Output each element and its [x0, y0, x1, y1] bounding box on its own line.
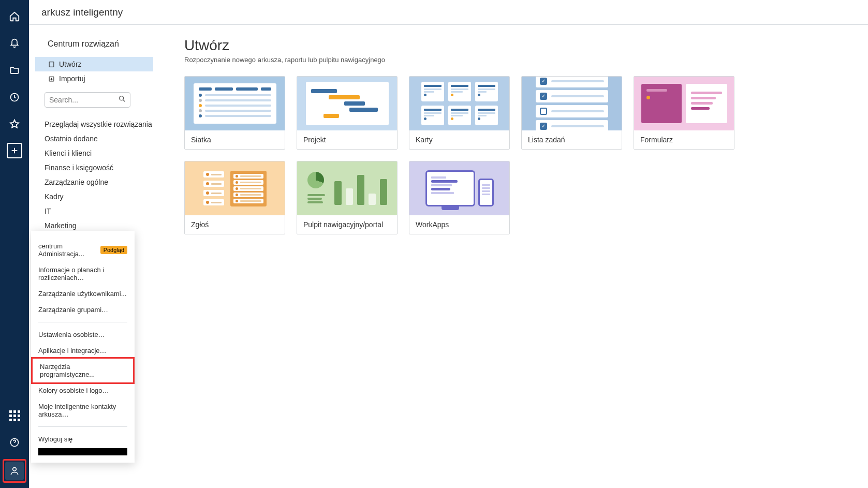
dashboard-thumb: [297, 161, 397, 215]
project-thumb: [297, 77, 397, 130]
menu-item-label: Moje inteligentne kontakty arkusza…: [38, 403, 127, 418]
svg-point-5: [120, 96, 124, 100]
category-item[interactable]: Finanse i księgowość: [45, 160, 153, 175]
menu-admin-center[interactable]: centrum Administracja... Podgląd: [31, 238, 135, 262]
card-label: WorkApps: [409, 215, 509, 234]
card-label: Karty: [409, 130, 509, 149]
page-subtitle: Rozpoczynanie nowego arkusza, raportu lu…: [184, 56, 847, 64]
workapps-thumb: [409, 161, 509, 215]
menu-plans-billing[interactable]: Informacje o planach i rozliczeniach…: [31, 262, 135, 286]
card-tasklist[interactable]: ✓ ✓ ✓ Lista zadań: [521, 76, 622, 150]
menu-logout[interactable]: Wyloguj się: [31, 431, 135, 447]
folder-icon[interactable]: [4, 60, 25, 81]
menu-item-label: Narzędzia programistyczne...: [40, 363, 126, 378]
category-item[interactable]: Kadry: [45, 189, 153, 204]
home-icon[interactable]: [4, 6, 25, 27]
sidebar-nav-label: Importuj: [59, 75, 85, 83]
card-cards[interactable]: Karty: [409, 76, 510, 150]
menu-colors-logo[interactable]: Kolory osobiste i logo…: [31, 382, 135, 398]
create-new-button[interactable]: [7, 143, 22, 158]
help-icon[interactable]: [4, 432, 25, 453]
category-item[interactable]: Ostatnio dodane: [45, 131, 153, 146]
grid-sheet-thumb: [185, 77, 285, 130]
account-button-highlight: [3, 459, 26, 483]
menu-apps-integrations[interactable]: Aplikacje i integracje…: [31, 343, 135, 359]
preview-badge: Podgląd: [100, 246, 127, 254]
card-dashboard[interactable]: Pulpit nawigacyjny/portal: [297, 161, 398, 234]
import-icon: [48, 75, 55, 82]
menu-item-label: Informacje o planach i rozliczeniach…: [38, 266, 127, 282]
menu-item-label: Ustawienia osobiste…: [38, 331, 105, 338]
card-label: Projekt: [297, 130, 397, 149]
menu-developer-tools[interactable]: Narzędzia programistyczne...: [31, 357, 135, 384]
nav-rail: [0, 0, 29, 488]
menu-item-label: Kolory osobiste i logo…: [38, 387, 109, 394]
account-button[interactable]: [5, 462, 24, 480]
cards-thumb: [409, 77, 509, 130]
tasklist-thumb: ✓ ✓ ✓: [522, 77, 622, 130]
menu-separator: [38, 426, 127, 427]
form-thumb: [634, 77, 734, 130]
svg-rect-3: [49, 62, 54, 67]
menu-contacts[interactable]: Moje inteligentne kontakty arkusza…: [31, 398, 135, 422]
sidebar-nav-label: Utwórz: [59, 60, 82, 68]
sidebar-nav-create[interactable]: Utwórz: [35, 57, 153, 71]
category-item[interactable]: IT: [45, 204, 153, 218]
report-thumb: [185, 161, 285, 215]
menu-separator: [38, 322, 127, 322]
card-form[interactable]: Formularz: [634, 76, 734, 150]
card-workapps[interactable]: WorkApps: [409, 161, 510, 234]
account-menu: centrum Administracja... Podgląd Informa…: [31, 231, 135, 463]
card-grid-sheet[interactable]: Siatka: [184, 76, 285, 150]
notifications-icon[interactable]: [4, 33, 25, 54]
menu-personal-settings[interactable]: Ustawienia osobiste…: [31, 327, 135, 343]
svg-point-2: [13, 467, 17, 471]
sheet-icon: [48, 61, 55, 68]
card-project[interactable]: Projekt: [297, 76, 398, 150]
account-email-redacted: [38, 448, 127, 455]
menu-item-label: Zarządzanie grupami…: [38, 306, 108, 314]
menu-item-label: centrum Administracja...: [38, 242, 100, 258]
card-label: Pulpit nawigacyjny/portal: [297, 215, 397, 234]
menu-item-label: Aplikacje i integracje…: [38, 347, 107, 354]
app-title: arkusz inteligentny: [41, 7, 123, 18]
menu-group-management[interactable]: Zarządzanie grupami…: [31, 302, 135, 318]
search-icon: [118, 95, 126, 105]
create-content: Utwórz Rozpoczynanie nowego arkusza, rap…: [164, 25, 868, 488]
category-item[interactable]: Zarządzanie ogólne: [45, 175, 153, 189]
card-label: Siatka: [185, 130, 285, 149]
page-title: Utwórz: [184, 37, 847, 54]
card-report[interactable]: Zgłoś: [184, 161, 285, 234]
topbar: arkusz inteligentny: [29, 0, 868, 25]
favorites-icon[interactable]: [4, 114, 25, 135]
category-item[interactable]: Przeglądaj wszystkie rozwiązania: [45, 117, 153, 131]
sidebar-title: Centrum rozwiązań: [48, 39, 153, 49]
card-label: Formularz: [634, 130, 734, 149]
menu-item-label: Wyloguj się: [38, 435, 72, 443]
apps-launcher-icon[interactable]: [4, 405, 25, 426]
menu-item-label: Zarządzanie użytkownikami...: [38, 290, 127, 298]
menu-user-management[interactable]: Zarządzanie użytkownikami...: [31, 286, 135, 302]
sidebar-nav-import[interactable]: Importuj: [35, 71, 153, 86]
category-item[interactable]: Klienci i klienci: [45, 146, 153, 160]
recents-icon[interactable]: [4, 87, 25, 108]
card-label: Zgłoś: [185, 215, 285, 234]
category-list: Przeglądaj wszystkie rozwiązania Ostatni…: [45, 117, 153, 247]
